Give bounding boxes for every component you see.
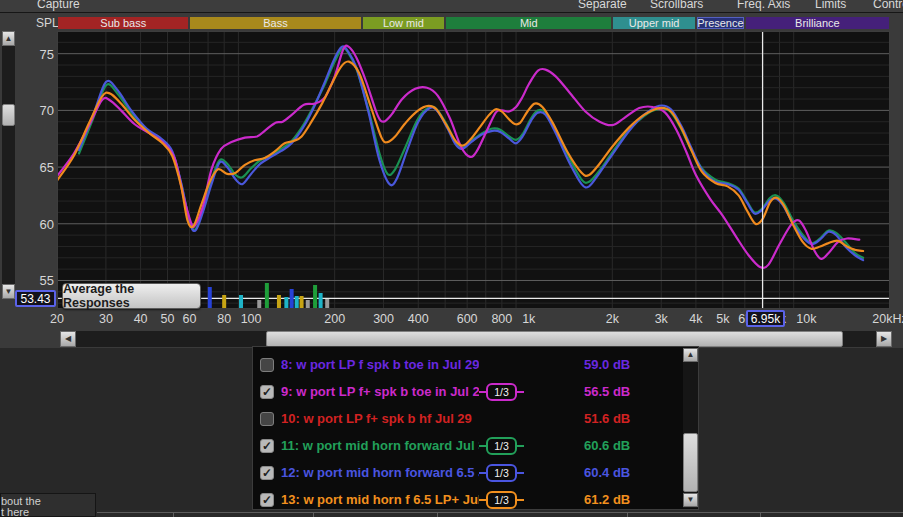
legend-row-9[interactable]: ✓9: w port LP f+ spk b toe in Jul 291/35… [253, 379, 681, 406]
rew-spl-window: CaptureSeparateScrollbarsFreq. AxisLimit… [0, 0, 903, 517]
badge-dash [479, 391, 486, 393]
x-tick-1k: 1k [522, 312, 535, 326]
x-tick-5k: 5k [716, 312, 729, 326]
mode-bar [222, 295, 226, 309]
x-tick-3k: 3k [655, 312, 668, 326]
menu-item-capture[interactable]: Capture [37, 0, 80, 11]
y-tick-75: 75 [16, 47, 54, 62]
x-tick-40: 40 [134, 312, 148, 326]
badge-dash [479, 472, 486, 474]
measurement-db-value: 59.0 dB [584, 357, 630, 372]
mode-bar [290, 289, 294, 309]
legend-scrollbar-up-button[interactable]: ▲ [683, 348, 698, 362]
smoothing-value: 1/3 [486, 383, 517, 401]
smoothing-badge[interactable]: 1/3 [479, 383, 524, 401]
measurement-db-value: 51.6 dB [584, 411, 630, 426]
bottom-column-tick [760, 513, 761, 517]
legend-checkbox[interactable]: ✓ [260, 385, 274, 399]
legend-row-10[interactable]: 10: w port LP f+ spk b hf Jul 2951.6 dB [253, 406, 681, 433]
smoothing-badge[interactable]: 1/3 [479, 437, 524, 455]
x-tick-50: 50 [161, 312, 175, 326]
menu-item-limits[interactable]: Limits [815, 0, 846, 11]
measurement-db-value: 56.5 dB [584, 384, 630, 399]
mode-bar [257, 300, 261, 309]
mode-bar [239, 295, 243, 309]
left-scrollbar-up-button[interactable]: ▲ [2, 31, 15, 46]
mode-bar [300, 296, 304, 309]
x-tick-800: 800 [491, 312, 512, 326]
menu-item-control[interactable]: Control [873, 0, 903, 11]
left-scrollbar-down-button[interactable]: ▼ [2, 284, 15, 299]
smoothing-value: 1/3 [486, 437, 517, 455]
measurement-label: 11: w port mid horn forward Jul 30 [281, 438, 479, 453]
band-presence: Presence [697, 17, 744, 29]
legend-checkbox[interactable] [260, 358, 274, 372]
left-scrollbar-thumb[interactable] [2, 104, 15, 126]
spl-axis-title: SPL [36, 16, 59, 30]
h-scrollbar-right-button[interactable]: ▶ [876, 331, 892, 347]
x-tick-600: 600 [457, 312, 478, 326]
x-tick-2k: 2k [606, 312, 619, 326]
measurement-label: 9: w port LP f+ spk b toe in Jul 29 [281, 384, 479, 399]
band-mid: Mid [446, 17, 611, 29]
legend-scrollbar-down-button[interactable]: ▼ [683, 493, 698, 507]
x-tick-200: 200 [324, 312, 345, 326]
legend-checkbox[interactable] [260, 412, 274, 426]
legend-scrollbar-thumb[interactable] [683, 433, 698, 492]
y-tick-70: 70 [16, 103, 54, 118]
menu-item-separate[interactable]: Separate [578, 0, 627, 11]
menu-item-freq-axis[interactable]: Freq. Axis [737, 0, 790, 11]
x-tick-400: 400 [408, 312, 429, 326]
mode-bar [265, 283, 269, 309]
smoothing-value: 1/3 [486, 464, 517, 482]
bottom-panel-divider [97, 512, 903, 513]
y-tick-55: 55 [16, 273, 54, 288]
bottom-column-tick [173, 513, 174, 517]
x-tick-20: 20 [50, 312, 64, 326]
legend-row-12[interactable]: ✓12: w port mid horn forward 6.5 Jul 301… [253, 460, 681, 487]
band-sub-bass: Sub bass [58, 17, 188, 29]
x-tick-4k: 4k [689, 312, 702, 326]
h-scrollbar-left-button[interactable]: ◀ [60, 331, 76, 347]
legend-checkbox[interactable]: ✓ [260, 493, 274, 507]
mode-bar [313, 285, 317, 309]
smoothing-badge[interactable]: 1/3 [479, 491, 524, 509]
mode-bar [306, 300, 310, 309]
cursor-spl-readout: 53.43 [15, 290, 56, 307]
measurement-label: 12: w port mid horn forward 6.5 Jul 30 [281, 465, 479, 480]
mode-bar [208, 287, 212, 309]
legend-checkbox[interactable]: ✓ [260, 439, 274, 453]
bottom-column-tick [437, 513, 438, 517]
band-bass: Bass [190, 17, 360, 29]
legend-row-11[interactable]: ✓11: w port mid horn forward Jul 301/360… [253, 433, 681, 460]
smoothing-badge[interactable]: 1/3 [479, 464, 524, 482]
mode-bar [284, 297, 288, 309]
measurement-db-value: 60.4 dB [584, 465, 630, 480]
clipped-tooltip: bout the t here [0, 493, 96, 517]
badge-dash [479, 445, 486, 447]
y-tick-65: 65 [16, 160, 54, 175]
menu-item-scrollbars[interactable]: Scrollbars [650, 0, 703, 11]
legend-row-13[interactable]: ✓13: w port mid horn f 6.5 LP+ Jul 301/3… [253, 487, 681, 514]
x-tick-20khz: 20kHz [872, 312, 903, 326]
legend-checkbox[interactable]: ✓ [260, 466, 274, 480]
measurement-db-value: 60.6 dB [584, 438, 630, 453]
badge-dash [517, 391, 524, 393]
measurement-label: 13: w port mid horn f 6.5 LP+ Jul 30 [281, 492, 479, 507]
x-tick-300: 300 [373, 312, 394, 326]
left-scrollbar[interactable] [2, 31, 15, 299]
badge-dash [517, 445, 524, 447]
mode-bar [319, 293, 323, 309]
average-responses-button[interactable]: Average the Responses [62, 283, 201, 309]
y-tick-60: 60 [16, 217, 54, 232]
measurement-label: 8: w port LP f spk b toe in Jul 29 [281, 357, 479, 372]
spl-plot[interactable] [57, 31, 890, 309]
x-tick-10k: 10k [796, 312, 816, 326]
menu-bar: CaptureSeparateScrollbarsFreq. AxisLimit… [0, 0, 903, 13]
badge-dash [479, 499, 486, 501]
mode-bar [325, 299, 329, 309]
h-scrollbar-thumb[interactable] [266, 331, 843, 347]
legend-row-8[interactable]: 8: w port LP f spk b toe in Jul 2959.0 d… [253, 352, 681, 379]
cursor-freq-readout: 6.95k [746, 310, 785, 327]
x-tick-60: 60 [183, 312, 197, 326]
